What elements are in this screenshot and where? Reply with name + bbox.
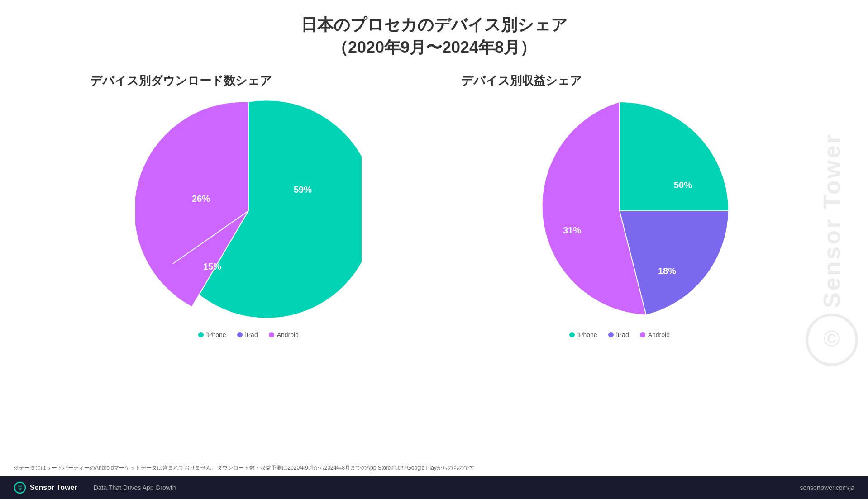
revenue-pie-chart: 50% 18% 31% bbox=[506, 98, 733, 324]
downloads-ipad-legend-label: iPad bbox=[245, 331, 258, 338]
revenue-iphone-slice bbox=[620, 102, 728, 211]
downloads-ipad-dot bbox=[237, 332, 243, 337]
downloads-pie-svg: 59% 15% 26% bbox=[135, 98, 362, 324]
downloads-iphone-legend-label: iPhone bbox=[206, 331, 226, 338]
watermark: Sensor Tower © bbox=[805, 132, 859, 366]
footer-url: sensortower.com/ja bbox=[800, 484, 854, 491]
svg-text:©: © bbox=[18, 484, 23, 491]
revenue-android-label: 31% bbox=[563, 225, 581, 235]
downloads-android-dot bbox=[269, 332, 274, 337]
downloads-legend-android: Android bbox=[269, 331, 299, 338]
revenue-legend-ipad: iPad bbox=[608, 331, 629, 338]
watermark-logo: © bbox=[805, 313, 859, 367]
revenue-legend: iPhone iPad Android bbox=[569, 331, 670, 338]
downloads-ipad-label: 15% bbox=[203, 261, 221, 271]
revenue-legend-iphone: iPhone bbox=[569, 331, 597, 338]
page-title: 日本のプロセカのデバイス別シェア （2020年9月〜2024年8月） bbox=[0, 0, 868, 59]
watermark-text: Sensor Tower bbox=[818, 132, 845, 308]
revenue-legend-android: Android bbox=[640, 331, 670, 338]
revenue-iphone-dot bbox=[569, 332, 575, 337]
downloads-android-label: 26% bbox=[192, 194, 210, 204]
downloads-android-legend-label: Android bbox=[277, 331, 299, 338]
footer-tagline: Data That Drives App Growth bbox=[94, 484, 176, 491]
footer-brand-name: Sensor Tower bbox=[30, 484, 77, 492]
downloads-legend-ipad: iPad bbox=[237, 331, 258, 338]
revenue-chart-title: デバイス別収益シェア bbox=[461, 73, 778, 89]
downloads-pie-chart: 59% 15% 26% bbox=[135, 98, 362, 324]
footer: © Sensor Tower Data That Drives App Grow… bbox=[0, 476, 868, 499]
revenue-pie-svg: 50% 18% 31% bbox=[506, 98, 733, 324]
downloads-chart-section: デバイス別ダウンロード数シェア 59% 15% 26% bbox=[90, 73, 407, 338]
charts-container: デバイス別ダウンロード数シェア 59% 15% 26% bbox=[0, 73, 868, 338]
svg-text:©: © bbox=[824, 326, 840, 352]
revenue-ipad-legend-label: iPad bbox=[616, 331, 629, 338]
revenue-ipad-dot bbox=[608, 332, 614, 337]
footer-brand: © Sensor Tower bbox=[14, 481, 77, 494]
downloads-chart-title: デバイス別ダウンロード数シェア bbox=[90, 73, 407, 89]
revenue-iphone-label: 50% bbox=[674, 180, 692, 190]
disclaimer-text: ※データにはサードパーティーのAndroidマーケットデータは含まれておりません… bbox=[14, 464, 475, 472]
downloads-iphone-dot bbox=[198, 332, 204, 337]
revenue-chart-section: デバイス別収益シェア 50% 18% 31% i bbox=[461, 73, 778, 338]
revenue-ipad-label: 18% bbox=[658, 266, 676, 276]
downloads-iphone-label: 59% bbox=[294, 185, 312, 195]
footer-logo-icon: © bbox=[14, 481, 26, 494]
revenue-iphone-legend-label: iPhone bbox=[577, 331, 597, 338]
revenue-android-dot bbox=[640, 332, 645, 337]
downloads-legend: iPhone iPad Android bbox=[198, 331, 299, 338]
revenue-android-legend-label: Android bbox=[648, 331, 670, 338]
downloads-legend-iphone: iPhone bbox=[198, 331, 226, 338]
